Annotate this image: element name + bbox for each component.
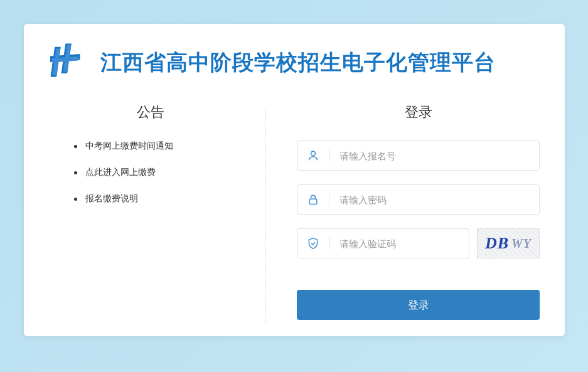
captcha-text-weak: WY bbox=[511, 236, 532, 251]
login-title: 登录 bbox=[297, 103, 540, 122]
captcha-text-strong: DB bbox=[485, 234, 509, 253]
captcha-row: DB WY bbox=[297, 228, 540, 258]
shield-check-icon bbox=[297, 237, 329, 250]
captcha-input[interactable] bbox=[329, 229, 469, 258]
content: 公告 中考网上缴费时间通知 点此进入网上缴费 报名缴费说明 登录 bbox=[24, 97, 565, 322]
lock-icon bbox=[297, 193, 329, 206]
password-group bbox=[297, 184, 540, 215]
notice-item[interactable]: 报名缴费说明 bbox=[74, 193, 252, 205]
notices-panel: 公告 中考网上缴费时间通知 点此进入网上缴费 报名缴费说明 bbox=[49, 103, 265, 322]
platform-logo-icon bbox=[43, 41, 89, 84]
password-input[interactable] bbox=[329, 185, 539, 214]
captcha-group bbox=[297, 228, 469, 258]
notice-item[interactable]: 点此进入网上缴费 bbox=[74, 167, 252, 178]
notices-list: 中考网上缴费时间通知 点此进入网上缴费 报名缴费说明 bbox=[49, 141, 252, 205]
captcha-image[interactable]: DB WY bbox=[477, 228, 540, 258]
header: 江西省高中阶段学校招生电子化管理平台 bbox=[24, 24, 565, 97]
svg-point-6 bbox=[311, 151, 316, 156]
username-group bbox=[297, 141, 540, 171]
notice-item[interactable]: 中考网上缴费时间通知 bbox=[74, 141, 252, 152]
svg-rect-7 bbox=[309, 199, 317, 204]
login-button[interactable]: 登录 bbox=[297, 290, 540, 320]
login-card: 江西省高中阶段学校招生电子化管理平台 公告 中考网上缴费时间通知 点此进入网上缴… bbox=[24, 24, 565, 336]
page-title: 江西省高中阶段学校招生电子化管理平台 bbox=[100, 48, 496, 77]
notices-title: 公告 bbox=[49, 103, 252, 122]
login-panel: 登录 bbox=[265, 103, 540, 322]
user-icon bbox=[297, 149, 329, 162]
username-input[interactable] bbox=[329, 141, 539, 170]
